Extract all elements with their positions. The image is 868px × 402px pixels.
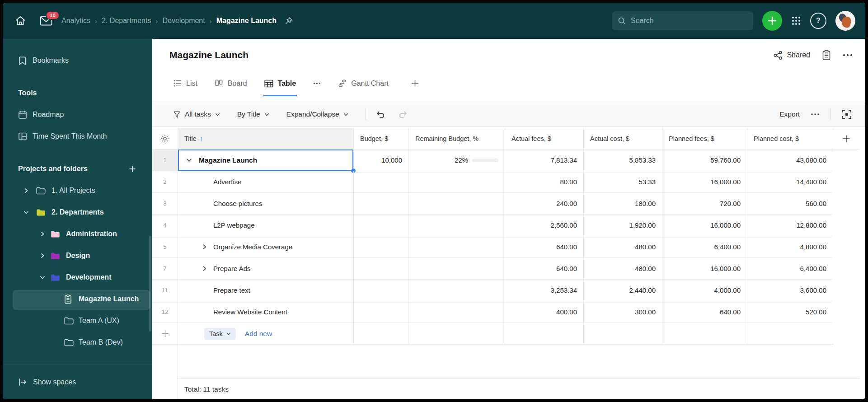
sidebar-item-administration[interactable]: Administration [3,225,152,243]
toolbar-more-icon[interactable] [811,113,820,116]
tab-overflow-menu-icon[interactable] [312,70,322,96]
home-icon[interactable] [14,15,26,27]
breadcrumb-item[interactable]: Magazine Launch [216,17,277,25]
cell-budget[interactable] [354,258,409,279]
sidebar-item-roadmap[interactable]: Roadmap [3,106,152,124]
tab-list[interactable]: List [172,70,198,96]
cell-actual-fees[interactable]: 3,253.34 [505,280,584,301]
help-icon[interactable]: ? [810,13,826,29]
cell-actual-fees[interactable]: 80.00 [505,171,584,192]
table-row[interactable]: 4L2P webpage2,560.001,920.0016,000.0012,… [152,215,833,236]
sort-dropdown[interactable]: By Title [237,110,269,118]
cell-title[interactable]: Advertise [178,171,354,192]
cell-title[interactable]: Organize Media Coverage [178,236,354,257]
sidebar-item-team-a-ux-[interactable]: Team A (UX) [3,312,152,330]
cell-planned-cost[interactable]: 3,600.00 [747,280,833,301]
table-settings-gear-icon[interactable] [152,128,178,149]
breadcrumb-item[interactable]: Development [162,17,205,25]
apps-grid-icon[interactable] [791,16,801,26]
cell-actual-cost[interactable]: 480.00 [584,236,662,257]
column-header-budget[interactable]: Budget, $ [354,128,409,149]
add-row-plus-icon[interactable] [152,323,178,344]
chevron-down-icon[interactable] [40,275,45,280]
column-header-pf[interactable]: Planned fees, $ [662,128,747,149]
cell-budget[interactable] [354,280,409,301]
cell-actual-fees[interactable]: 640.00 [505,236,584,257]
cell-remaining-budget[interactable] [409,236,505,257]
cell-actual-cost[interactable]: 5,853.33 [584,150,662,171]
breadcrumb-item[interactable]: Analytics [61,17,90,25]
table-row[interactable]: 11Prepare text3,253.342,440.004,000.003,… [152,280,833,301]
cell-title[interactable]: Prepare text [178,280,354,301]
cell-title[interactable]: Review Website Content [178,301,354,323]
cell-remaining-budget[interactable] [409,215,505,236]
column-header-pc[interactable]: Planned cost, $ [747,128,833,149]
sidebar-tools-header[interactable]: Tools [3,84,152,102]
expand-collapse-dropdown[interactable]: Expand/Collapse [286,110,348,118]
cell-actual-cost[interactable]: 480.00 [584,258,662,279]
cell-planned-fees[interactable]: 6,400.00 [662,236,747,257]
column-header-af[interactable]: Actual fees, $ [505,128,584,149]
breadcrumb-item[interactable]: 2. Departments [102,17,151,25]
cell-remaining-budget[interactable] [409,171,505,192]
column-header-title[interactable]: Title↑ [178,128,354,149]
column-header-rem[interactable]: Remaining Budget, % [409,128,505,149]
table-row[interactable]: 1Magazine Launch10,00022%7,813.345,853.3… [152,150,833,171]
add-new-link[interactable]: Add new [245,330,272,338]
row-chevron-right-icon[interactable] [202,244,207,250]
chevron-down-icon[interactable] [23,210,29,215]
sidebar-item-development[interactable]: Development [3,268,152,286]
tab-board[interactable]: Board [214,70,248,96]
cell-title[interactable]: Prepare Ads [178,258,354,279]
cell-budget[interactable]: 10,000 [354,150,409,171]
sidebar-item-design[interactable]: Design [3,247,152,265]
add-column-button[interactable] [833,128,859,149]
cell-planned-cost[interactable]: 4,800.00 [747,236,833,257]
sidebar-item-team-b-dev-[interactable]: Team B (Dev) [3,333,152,351]
cell-planned-cost[interactable]: 6,400.00 [747,258,833,279]
more-options-icon[interactable] [843,54,853,56]
chevron-right-icon[interactable] [40,231,45,237]
sidebar-item-bookmarks[interactable]: Bookmarks [3,51,152,70]
table-row[interactable]: 3Choose pictures240.00180.00720.00560.00 [152,193,833,215]
cell-budget[interactable] [354,215,409,236]
cell-remaining-budget[interactable] [409,301,505,323]
cell-planned-fees[interactable]: 16,000.00 [662,215,747,236]
table-row[interactable]: 12Review Website Content400.00300.00640.… [152,301,833,323]
search-input[interactable] [630,16,748,25]
fullscreen-icon[interactable] [842,109,852,119]
cell-title[interactable]: Magazine Launch [178,150,354,171]
cell-actual-cost[interactable]: 300.00 [584,301,662,323]
cell-remaining-budget[interactable] [409,193,505,214]
pin-icon[interactable] [285,17,293,25]
cell-planned-fees[interactable]: 16,000.00 [662,258,747,279]
table-row[interactable]: 7Prepare Ads640.00480.0016,000.006,400.0… [152,258,833,280]
show-spaces-button[interactable]: Show spaces [3,373,152,391]
export-button[interactable]: Export [779,110,800,118]
tab-gantt-chart[interactable]: Gantt Chart [337,70,389,96]
tab-table[interactable]: Table [263,70,297,96]
sidebar-item-magazine-launch[interactable]: Magazine Launch [3,290,152,308]
cell-remaining-budget[interactable] [409,280,505,301]
cell-actual-cost[interactable]: 2,440.00 [584,280,662,301]
cell-planned-fees[interactable]: 59,760.00 [662,150,747,171]
cell-remaining-budget[interactable] [409,258,505,279]
cell-title[interactable]: L2P webpage [178,215,354,236]
cell-actual-cost[interactable]: 180.00 [584,193,662,214]
cell-budget[interactable] [354,171,409,192]
inbox-icon[interactable]: 10 [40,16,52,26]
user-avatar[interactable] [835,11,855,31]
cell-budget[interactable] [354,301,409,323]
shared-button[interactable]: Shared [773,51,810,60]
redo-button[interactable] [398,110,408,119]
cell-planned-fees[interactable]: 4,000.00 [662,280,747,301]
filter-dropdown[interactable]: All tasks [173,110,220,118]
cell-planned-cost[interactable]: 520.00 [747,301,833,323]
cell-planned-cost[interactable]: 14,400.00 [747,171,833,192]
table-row[interactable]: 2Advertise80.0053.3316,000.0014,400.00 [152,171,833,193]
cell-actual-fees[interactable]: 640.00 [505,258,584,279]
cell-planned-cost[interactable]: 560.00 [747,193,833,214]
cell-actual-cost[interactable]: 1,920.00 [584,215,662,236]
sidebar-item-2-departments[interactable]: 2. Departments [3,203,152,221]
row-chevron-down-icon[interactable] [186,157,192,163]
